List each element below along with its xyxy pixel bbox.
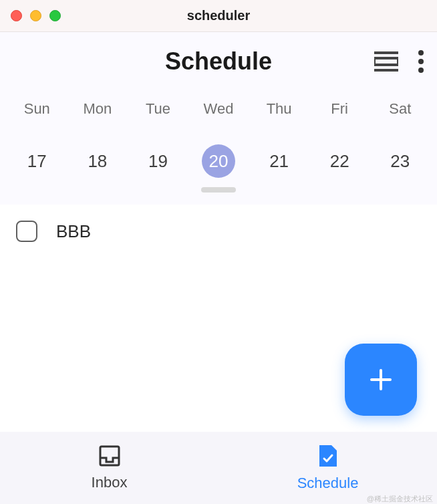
week-strip: Sun Mon Tue Wed Thu Fri Sat 17 18 19 20 … xyxy=(0,91,437,205)
window-title: scheduler xyxy=(187,8,250,23)
svg-point-5 xyxy=(418,68,424,73)
day-cell[interactable]: 19 xyxy=(128,144,188,178)
weekday-label: Wed xyxy=(188,100,249,118)
day-view-icon xyxy=(374,51,398,72)
weekday-label: Sun xyxy=(7,100,67,118)
weekday-label: Thu xyxy=(249,100,309,118)
svg-rect-0 xyxy=(374,51,398,54)
app-header: Schedule xyxy=(0,32,437,91)
drag-handle[interactable] xyxy=(201,187,236,193)
close-window-button[interactable] xyxy=(11,10,22,21)
day-cell[interactable]: 18 xyxy=(67,144,128,178)
weekday-label: Fri xyxy=(309,100,370,118)
nav-inbox[interactable]: Inbox xyxy=(0,432,218,504)
weekday-label: Sat xyxy=(370,100,430,118)
task-checkbox[interactable] xyxy=(16,221,37,242)
traffic-lights xyxy=(11,10,61,21)
task-list: BBB xyxy=(0,205,437,242)
inbox-icon xyxy=(98,445,121,470)
plus-icon xyxy=(368,366,394,393)
weekday-labels-row: Sun Mon Tue Wed Thu Fri Sat xyxy=(7,100,430,118)
header-actions xyxy=(374,50,424,73)
svg-rect-1 xyxy=(374,58,398,65)
maximize-window-button[interactable] xyxy=(49,10,61,21)
day-number: 17 xyxy=(27,151,47,172)
day-cell-selected[interactable]: 20 xyxy=(188,144,249,178)
kebab-menu-icon xyxy=(418,50,424,73)
watermark: @稀土掘金技术社区 xyxy=(367,494,433,504)
day-number: 20 xyxy=(202,144,235,178)
nav-label: Schedule xyxy=(297,475,359,492)
minimize-window-button[interactable] xyxy=(30,10,41,21)
day-number: 19 xyxy=(148,151,168,172)
day-number: 18 xyxy=(88,151,107,172)
svg-rect-2 xyxy=(374,69,398,72)
add-task-button[interactable] xyxy=(345,344,417,416)
day-cell[interactable]: 22 xyxy=(309,144,370,178)
more-menu-button[interactable] xyxy=(418,50,424,73)
day-number: 23 xyxy=(390,151,410,172)
day-cell[interactable]: 21 xyxy=(249,144,309,178)
day-number: 22 xyxy=(330,151,349,172)
view-toggle-button[interactable] xyxy=(374,51,398,72)
nav-label: Inbox xyxy=(92,474,128,491)
nav-schedule[interactable]: Schedule xyxy=(218,432,437,504)
svg-point-4 xyxy=(418,59,424,64)
task-item[interactable]: BBB xyxy=(16,221,421,242)
window-titlebar: scheduler xyxy=(0,0,437,32)
day-number: 21 xyxy=(269,151,289,172)
weekday-label: Tue xyxy=(128,100,188,118)
day-cell[interactable]: 17 xyxy=(7,144,67,178)
day-numbers-row: 17 18 19 20 21 22 23 xyxy=(7,144,430,178)
task-title: BBB xyxy=(56,221,91,242)
bottom-nav: Inbox Schedule xyxy=(0,432,437,504)
weekday-label: Mon xyxy=(67,100,128,118)
svg-point-3 xyxy=(418,50,424,55)
page-title: Schedule xyxy=(165,47,272,76)
day-cell[interactable]: 23 xyxy=(370,144,430,178)
schedule-file-icon xyxy=(318,444,338,471)
